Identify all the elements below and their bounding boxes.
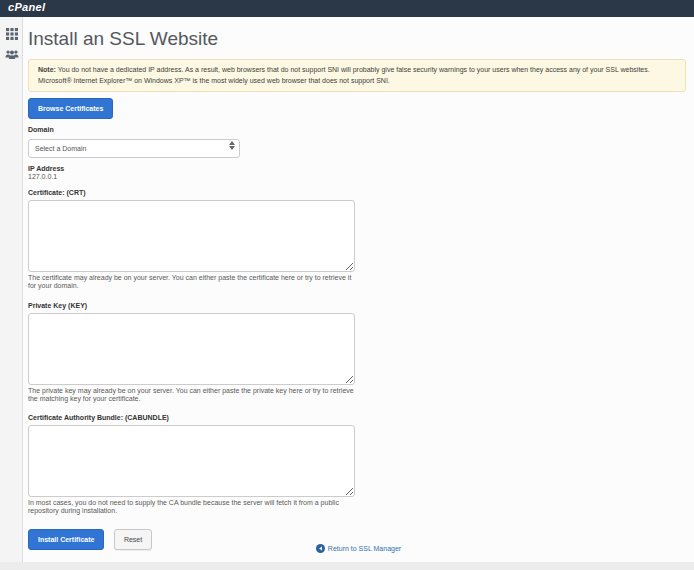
ip-address-value: 127.0.0.1	[28, 173, 686, 180]
private-key-textarea[interactable]	[28, 313, 355, 385]
private-key-help-text: The private key may already be on your s…	[28, 387, 360, 404]
footer-strip	[0, 562, 694, 570]
back-circle-icon	[316, 544, 325, 553]
certificate-label: Certificate: (CRT)	[28, 189, 686, 196]
sidebar	[0, 17, 23, 570]
sni-warning-note: Note: You do not have a dedicated IP add…	[28, 59, 686, 92]
ip-address-label: IP Address	[28, 165, 686, 172]
domain-select[interactable]: Select a Domain	[28, 139, 240, 158]
apps-grid-icon	[6, 26, 18, 44]
page-title: Install an SSL Website	[28, 28, 686, 50]
footer-link-row: Return to SSL Manager	[23, 539, 694, 557]
private-key-label: Private Key (KEY)	[28, 302, 686, 309]
sidebar-item-apps[interactable]	[0, 25, 23, 45]
certificate-textarea[interactable]	[28, 200, 355, 272]
top-navbar: cPanel	[0, 0, 694, 17]
domain-label: Domain	[28, 126, 686, 133]
ca-bundle-textarea[interactable]	[28, 425, 355, 497]
browse-certificates-button[interactable]: Browse Certificates	[28, 98, 113, 119]
ca-bundle-help-text: In most cases, you do not need to supply…	[28, 499, 360, 516]
install-ssl-page: cPanel	[0, 0, 694, 570]
main-content: Install an SSL Website Note: You do not …	[23, 17, 694, 570]
certificate-help-text: The certificate may already be on your s…	[28, 274, 360, 291]
ca-bundle-label: Certificate Authority Bundle: (CABUNDLE)	[28, 414, 686, 421]
user-group-icon	[5, 46, 19, 64]
cpanel-logo[interactable]: cPanel	[8, 1, 45, 13]
return-link-label: Return to SSL Manager	[328, 545, 401, 552]
note-text: You do not have a dedicated IP address. …	[38, 66, 650, 84]
sidebar-item-user-manager[interactable]	[0, 45, 23, 65]
note-label: Note:	[38, 66, 56, 73]
return-to-ssl-manager-link[interactable]: Return to SSL Manager	[316, 544, 401, 553]
